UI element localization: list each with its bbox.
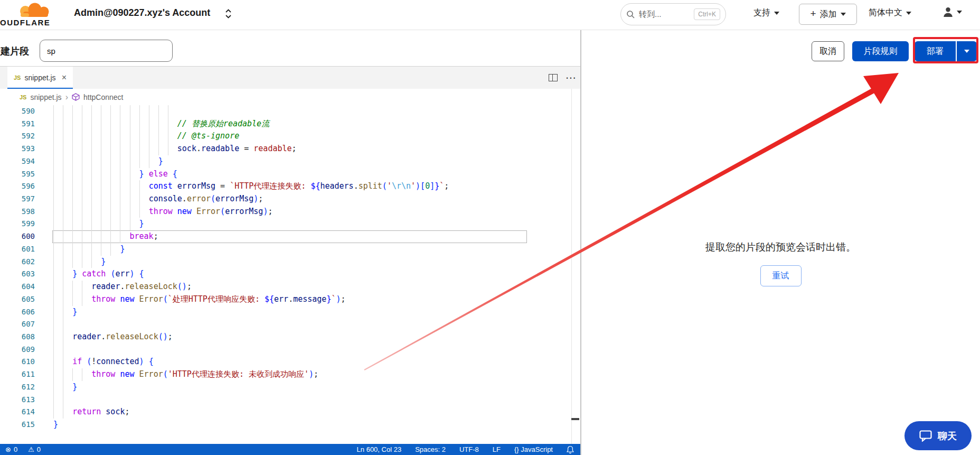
snippet-rules-button[interactable]: 片段规则 <box>852 41 909 61</box>
indent-guide <box>139 105 140 118</box>
chevron-down-icon <box>841 13 846 16</box>
problems-indicator[interactable]: ⊗ 0 ⚠ 0 <box>5 445 41 453</box>
line-number: 597 <box>0 193 35 206</box>
preview-error-message: 提取您的片段的预览会话时出错。 <box>581 240 980 254</box>
line-number: 606 <box>0 306 35 319</box>
line-number: 596 <box>0 180 35 193</box>
indentation-setting[interactable]: Spaces: 2 <box>415 445 446 453</box>
code-line-text: reader.releaseLock(); <box>53 281 192 293</box>
code-line-text: throw new Error(errorMsg); <box>53 206 272 218</box>
code-line: 602 } <box>0 256 580 268</box>
code-line: 594 } <box>0 155 580 168</box>
more-actions-icon[interactable]: ⋯ <box>566 75 576 81</box>
language-menu[interactable]: 简体中文 <box>869 7 911 18</box>
code-line: 614 return sock; <box>0 406 580 419</box>
indent-guide <box>53 343 54 356</box>
editor-tab-strip: JS snippet.js × ⋯ <box>0 66 580 89</box>
chevron-down-icon <box>774 12 779 15</box>
split-editor-icon[interactable] <box>549 74 558 81</box>
editor-scrollbar-track[interactable] <box>571 89 572 444</box>
indent-guide <box>91 105 92 118</box>
account-user-menu[interactable] <box>943 6 962 17</box>
code-line: 607 <box>0 318 580 331</box>
indent-guide <box>149 105 149 118</box>
editor-scrollbar-thumb[interactable] <box>571 418 579 420</box>
support-label: 支持 <box>753 7 770 18</box>
indent-guide <box>53 105 54 118</box>
code-line-text: // 替换原始readable流 <box>53 118 269 131</box>
code-line: 595 } else { <box>0 168 580 181</box>
language-mode[interactable]: {} JavaScript <box>514 445 553 453</box>
account-title: Admin@090227.xyz's Account <box>74 7 210 18</box>
indent-guide <box>110 105 111 118</box>
code-line-text: } <box>53 243 125 256</box>
line-number: 613 <box>0 394 35 406</box>
line-number: 595 <box>0 168 35 181</box>
status-bar-right: Ln 600, Col 23 Spaces: 2 UTF-8 LF {} Jav… <box>357 445 574 454</box>
cloudflare-logo[interactable]: OUDFLARE <box>0 2 63 29</box>
logo-wordmark: OUDFLARE <box>0 18 50 27</box>
code-line: 590 <box>0 105 580 118</box>
code-line: 597 console.error(errorMsg); <box>0 193 580 206</box>
code-line: 592 // @ts-ignore <box>0 130 580 143</box>
code-line-text: const errorMsg = `HTTP代理连接失败: ${headers.… <box>53 180 449 193</box>
code-line: 608 reader.releaseLock(); <box>0 331 580 343</box>
line-number: 611 <box>0 368 35 381</box>
line-number: 605 <box>0 293 35 306</box>
search-placeholder: 转到... <box>639 10 662 20</box>
chat-label: 聊天 <box>938 430 957 442</box>
user-icon <box>943 6 954 17</box>
indent-guide <box>53 318 54 331</box>
account-switcher-icon[interactable] <box>224 7 233 20</box>
code-line-text: } <box>53 256 106 268</box>
add-button[interactable]: + 添加 <box>799 4 857 25</box>
line-number: 612 <box>0 381 35 394</box>
line-number: 594 <box>0 155 35 168</box>
cancel-button[interactable]: 取消 <box>812 41 844 61</box>
errors-count: 0 <box>14 445 17 453</box>
indent-guide <box>158 105 159 118</box>
deploy-dropdown-button[interactable] <box>956 41 977 61</box>
bell-icon[interactable] <box>567 445 574 454</box>
code-line-text: } catch (err) { <box>53 268 144 281</box>
breadcrumb: JS snippet.js › httpConnect <box>0 89 580 105</box>
code-editor-pane: JS snippet.js × ⋯ JS snippet.js › httpCo… <box>0 66 580 444</box>
cursor-position[interactable]: Ln 600, Col 23 <box>357 445 402 453</box>
deploy-button[interactable]: 部署 <box>915 41 956 61</box>
javascript-file-icon: JS <box>14 75 21 81</box>
breadcrumb-file[interactable]: snippet.js <box>30 93 61 101</box>
code-line: 612 } <box>0 381 580 394</box>
line-number: 610 <box>0 356 35 368</box>
indent-guide <box>130 105 130 118</box>
code-line: 605 throw new Error(`处理HTTP代理响应失败: ${err… <box>0 293 580 306</box>
code-line-text: } <box>53 306 77 319</box>
code-line-text: } else { <box>53 168 177 181</box>
code-line-text: reader.releaseLock(); <box>53 331 173 343</box>
chat-bubble-icon <box>919 430 932 442</box>
code-line-text: sock.readable = readable; <box>53 143 297 155</box>
snippet-name-input[interactable] <box>40 40 173 62</box>
tab-actions: ⋯ <box>549 67 576 89</box>
breadcrumb-symbol[interactable]: httpConnect <box>83 93 124 101</box>
warnings-count: 0 <box>37 445 41 453</box>
line-number: 600 <box>0 230 35 243</box>
tab-filename: snippet.js <box>24 73 55 82</box>
code-editor[interactable]: 590591 // 替换原始readable流592 // @ts-ignore… <box>0 105 580 440</box>
eol-setting[interactable]: LF <box>493 445 501 453</box>
line-number: 602 <box>0 256 35 268</box>
encoding-setting[interactable]: UTF-8 <box>459 445 479 453</box>
indent-guide <box>63 343 63 356</box>
support-menu[interactable]: 支持 <box>753 7 779 18</box>
line-number: 609 <box>0 343 35 356</box>
retry-button[interactable]: 重试 <box>760 265 802 286</box>
chevron-down-icon <box>957 11 962 14</box>
chat-button[interactable]: 聊天 <box>904 421 972 450</box>
tab-snippet-js[interactable]: JS snippet.js × <box>7 67 73 89</box>
indent-guide <box>53 394 54 406</box>
code-line-text: return sock; <box>53 406 130 419</box>
close-tab-icon[interactable]: × <box>62 73 67 82</box>
indent-guide <box>82 105 82 118</box>
code-line: 591 // 替换原始readable流 <box>0 118 580 131</box>
page-title: 建片段 <box>1 45 29 58</box>
global-search[interactable]: 转到... Ctrl+K <box>620 3 726 25</box>
